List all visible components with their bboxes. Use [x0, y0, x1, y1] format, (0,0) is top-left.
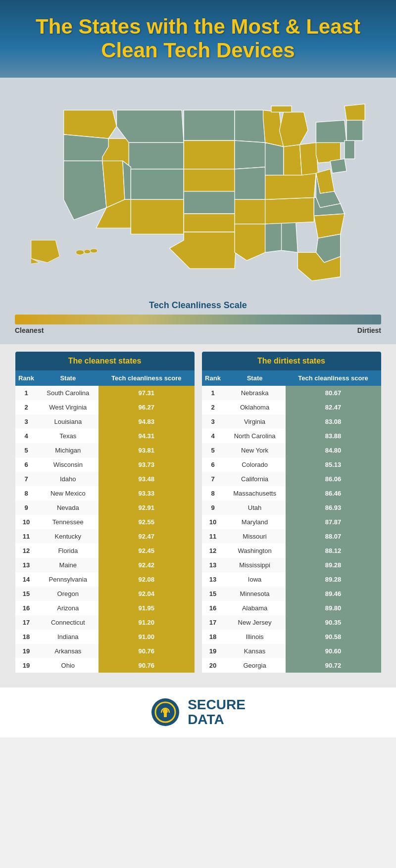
state-cell: Florida: [38, 544, 99, 558]
dirtiest-table: Rank State Tech cleanliness score 1 Nebr…: [202, 370, 381, 673]
score-cell: 92.04: [99, 587, 194, 601]
rank-cell: 14: [15, 572, 38, 587]
score-cell: 93.48: [99, 472, 194, 486]
footer: SECUREDATA: [0, 687, 396, 738]
state-cell: Wisconsin: [38, 457, 99, 472]
rank-cell: 11: [202, 529, 224, 544]
state-cell: Iowa: [224, 572, 286, 587]
table-row: 19 Ohio 90.76: [15, 658, 195, 673]
table-row: 12 Florida 92.45: [15, 544, 195, 558]
table-row: 7 Idaho 93.48: [15, 472, 195, 486]
rank-cell: 9: [15, 501, 38, 515]
table-row: 3 Virginia 83.08: [202, 414, 381, 429]
score-cell: 86.06: [286, 472, 381, 486]
cleanest-table: Rank State Tech cleanliness score 1 Sout…: [15, 370, 195, 673]
table-row: 8 New Mexico 93.33: [15, 486, 195, 501]
score-cell: 87.87: [286, 515, 381, 529]
score-cell: 88.12: [286, 544, 381, 558]
table-row: 11 Kentucky 92.47: [15, 529, 195, 544]
score-cell: 93.81: [99, 443, 194, 457]
table-row: 1 South Carolina 97.31: [15, 386, 195, 400]
score-cell: 83.08: [286, 414, 381, 429]
score-cell: 91.00: [99, 630, 194, 644]
score-cell: 93.33: [99, 486, 194, 501]
score-cell: 90.72: [286, 658, 381, 673]
score-cell: 97.31: [99, 386, 194, 400]
cleanest-col-rank: Rank: [15, 370, 38, 386]
state-cell: Nebraska: [224, 386, 286, 400]
table-row: 11 Missouri 88.07: [202, 529, 381, 544]
table-row: 9 Utah 86.93: [202, 501, 381, 515]
table-row: 15 Minnesota 89.46: [202, 587, 381, 601]
score-cell: 92.42: [99, 558, 194, 572]
score-cell: 83.88: [286, 429, 381, 443]
score-cell: 89.28: [286, 572, 381, 587]
rank-cell: 16: [202, 601, 224, 615]
state-cell: South Carolina: [38, 386, 99, 400]
rank-cell: 8: [15, 486, 38, 501]
score-cell: 94.83: [99, 414, 194, 429]
table-row: 18 Illinois 90.58: [202, 630, 381, 644]
score-cell: 85.13: [286, 457, 381, 472]
cleanest-col-state: State: [38, 370, 99, 386]
us-map: [15, 92, 381, 290]
state-cell: Utah: [224, 501, 286, 515]
rank-cell: 19: [15, 644, 38, 658]
scale-bar: [15, 315, 381, 324]
state-cell: Virginia: [224, 414, 286, 429]
state-cell: Louisiana: [38, 414, 99, 429]
state-cell: Kentucky: [38, 529, 99, 544]
scale-label-dirtiest: Dirtiest: [357, 326, 381, 334]
rank-cell: 17: [202, 615, 224, 630]
rank-cell: 10: [15, 515, 38, 529]
table-row: 17 New Jersey 90.35: [202, 615, 381, 630]
state-cell: California: [224, 472, 286, 486]
state-cell: Alabama: [224, 601, 286, 615]
score-cell: 90.58: [286, 630, 381, 644]
scale-labels: Cleanest Dirtiest: [15, 326, 381, 334]
state-cell: Maryland: [224, 515, 286, 529]
rank-cell: 20: [202, 658, 224, 673]
cleanest-col-score: Tech cleanliness score: [99, 370, 194, 386]
table-row: 5 New York 84.80: [202, 443, 381, 457]
state-cell: North Carolina: [224, 429, 286, 443]
state-cell: Georgia: [224, 658, 286, 673]
state-cell: New Mexico: [38, 486, 99, 501]
map-section: [0, 78, 396, 295]
svg-point-3: [76, 250, 84, 255]
rank-cell: 18: [15, 630, 38, 644]
footer-brand-text: SECUREDATA: [188, 697, 246, 728]
table-row: 13 Maine 92.42: [15, 558, 195, 572]
rank-cell: 16: [15, 601, 38, 615]
rank-cell: 5: [15, 443, 38, 457]
table-row: 16 Alabama 89.80: [202, 601, 381, 615]
state-cell: Kansas: [224, 644, 286, 658]
state-cell: Tennessee: [38, 515, 99, 529]
rank-cell: 9: [202, 501, 224, 515]
score-cell: 92.45: [99, 544, 194, 558]
rank-cell: 4: [202, 429, 224, 443]
rank-cell: 3: [15, 414, 38, 429]
state-cell: Illinois: [224, 630, 286, 644]
table-row: 1 Nebraska 80.67: [202, 386, 381, 400]
table-row: 9 Nevada 92.91: [15, 501, 195, 515]
state-cell: West Virginia: [38, 400, 99, 414]
table-row: 19 Arkansas 90.76: [15, 644, 195, 658]
scale-title: Tech Cleanliness Scale: [149, 300, 247, 311]
score-cell: 90.76: [99, 658, 194, 673]
score-cell: 80.67: [286, 386, 381, 400]
cleanest-table-container: The cleanest states Rank State Tech clea…: [15, 352, 195, 673]
dirtiest-table-header: The dirtiest states: [202, 352, 381, 370]
svg-rect-9: [164, 713, 167, 717]
rank-cell: 8: [202, 486, 224, 501]
svg-point-4: [84, 249, 91, 253]
table-row: 10 Tennessee 92.55: [15, 515, 195, 529]
state-cell: Idaho: [38, 472, 99, 486]
dirtiest-col-rank: Rank: [202, 370, 224, 386]
rank-cell: 13: [202, 572, 224, 587]
state-cell: Michigan: [38, 443, 99, 457]
state-cell: Indiana: [38, 630, 99, 644]
secure-data-logo: [150, 697, 180, 727]
table-row: 6 Wisconsin 93.73: [15, 457, 195, 472]
table-row: 13 Mississippi 89.28: [202, 558, 381, 572]
